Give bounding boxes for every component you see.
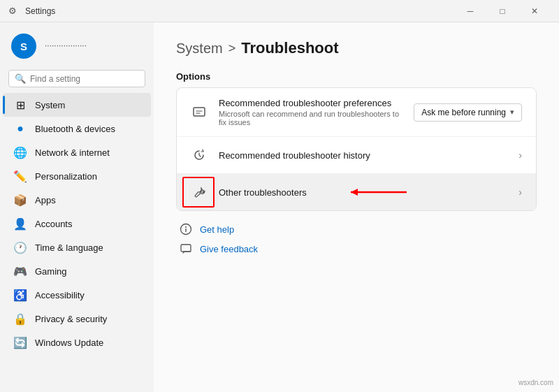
search-box[interactable]: 🔍 — [8, 70, 145, 87]
sidebar-item-time[interactable]: 🕐 Time & language — [3, 235, 151, 259]
option-recommended-history-text: Recommended troubleshooter history — [219, 150, 507, 161]
search-input[interactable] — [30, 74, 139, 84]
sidebar-item-label: Bluetooth & devices — [35, 124, 115, 134]
sidebar-item-privacy[interactable]: 🔒 Privacy & security — [3, 307, 151, 331]
option-recommended-prefs[interactable]: Recommended troubleshooter preferences M… — [177, 88, 536, 137]
sidebar-item-system[interactable]: ⊞ System — [3, 93, 151, 117]
sidebar-item-label: Personalization — [35, 171, 97, 182]
bluetooth-icon: ● — [14, 122, 27, 135]
sidebar-item-label: Time & language — [35, 242, 103, 253]
svg-rect-5 — [185, 228, 186, 232]
maximize-button[interactable]: □ — [486, 0, 518, 22]
get-help-label: Get help — [200, 224, 234, 235]
avatar: S — [11, 34, 36, 59]
settings-app-icon: ⚙ — [8, 6, 20, 17]
option-recommended-history[interactable]: Recommended troubleshooter history › — [177, 137, 536, 174]
option-recommended-prefs-subtitle: Microsoft can recommend and run troubles… — [219, 110, 402, 126]
network-icon: 🌐 — [14, 146, 27, 159]
option-recommended-history-right: › — [518, 150, 522, 161]
sidebar-item-update[interactable]: 🔄 Windows Update — [3, 331, 151, 354]
option-other-troubleshooters-right: › — [518, 187, 522, 198]
option-recommended-prefs-text: Recommended troubleshooter preferences M… — [219, 98, 402, 126]
svg-rect-0 — [194, 108, 205, 116]
breadcrumb-separator: > — [228, 41, 236, 56]
sidebar-item-network[interactable]: 🌐 Network & internet — [3, 140, 151, 164]
ask-before-running-dropdown[interactable]: Ask me before running ▾ — [414, 103, 522, 122]
personalization-icon: ✏️ — [14, 170, 27, 182]
window-content: S ·················· 🔍 ⊞ System ● Blueto… — [0, 22, 559, 392]
give-feedback-label: Give feedback — [200, 244, 258, 254]
gaming-icon: 🎮 — [14, 265, 27, 277]
breadcrumb: System > Troubleshoot — [176, 39, 537, 57]
apps-icon: 📦 — [14, 194, 27, 206]
sidebar-item-label: Privacy & security — [35, 314, 107, 324]
sidebar-item-gaming[interactable]: 🎮 Gaming — [3, 259, 151, 283]
svg-rect-6 — [181, 245, 191, 252]
close-button[interactable]: ✕ — [518, 0, 551, 22]
options-panel: Recommended troubleshooter preferences M… — [176, 87, 537, 211]
sidebar: S ·················· 🔍 ⊞ System ● Blueto… — [0, 22, 154, 392]
titlebar-title: Settings — [25, 6, 454, 16]
option-recommended-prefs-title: Recommended troubleshooter preferences — [219, 98, 402, 108]
sidebar-item-label: System — [35, 100, 65, 110]
chevron-right-icon: › — [518, 187, 522, 198]
sidebar-item-label: Apps — [35, 195, 56, 205]
give-feedback-link[interactable]: Give feedback — [179, 242, 537, 256]
main-content: System > Troubleshoot Options Recommende… — [154, 22, 559, 392]
accounts-icon: 👤 — [14, 217, 27, 230]
get-help-link[interactable]: Get help — [179, 222, 537, 236]
option-other-troubleshooters-text: Other troubleshooters — [219, 187, 507, 198]
sidebar-item-accessibility[interactable]: ♿ Accessibility — [3, 283, 151, 307]
sidebar-item-accounts[interactable]: 👤 Accounts — [3, 212, 151, 235]
troubleshooter-prefs-icon — [191, 104, 208, 121]
update-icon: 🔄 — [14, 336, 27, 349]
get-help-icon — [179, 222, 193, 236]
option-other-troubleshooters[interactable]: Other troubleshooters › — [177, 174, 536, 210]
sidebar-item-bluetooth[interactable]: ● Bluetooth & devices — [3, 117, 151, 140]
chevron-down-icon: ▾ — [510, 108, 514, 117]
minimize-button[interactable]: ─ — [454, 0, 486, 22]
sidebar-item-personalization[interactable]: ✏️ Personalization — [3, 164, 151, 188]
give-feedback-icon — [179, 242, 193, 256]
svg-point-4 — [185, 226, 187, 228]
links-section: Get help Give feedback — [176, 222, 537, 256]
breadcrumb-current: Troubleshoot — [241, 39, 338, 57]
option-recommended-prefs-right: Ask me before running ▾ — [414, 103, 522, 122]
user-name: ·················· — [45, 41, 87, 52]
option-recommended-history-title: Recommended troubleshooter history — [219, 150, 507, 161]
sidebar-item-label: Network & internet — [35, 147, 110, 158]
sidebar-item-label: Accessibility — [35, 290, 85, 300]
section-title: Options — [176, 71, 537, 82]
breadcrumb-parent: System — [176, 41, 223, 57]
privacy-icon: 🔒 — [14, 312, 27, 325]
sidebar-item-apps[interactable]: 📦 Apps — [3, 188, 151, 212]
chevron-right-icon: › — [518, 150, 522, 161]
sidebar-item-label: Gaming — [35, 266, 67, 277]
history-icon — [191, 147, 208, 164]
system-icon: ⊞ — [14, 99, 27, 111]
titlebar: ⚙ Settings ─ □ ✕ — [0, 0, 559, 22]
search-icon: 🔍 — [15, 73, 26, 84]
user-profile: S ·················· — [0, 28, 154, 67]
settings-window: ⚙ Settings ─ □ ✕ S ·················· 🔍 … — [0, 0, 559, 392]
sidebar-item-label: Accounts — [35, 219, 72, 229]
time-icon: 🕐 — [14, 241, 27, 254]
sidebar-item-label: Windows Update — [35, 337, 103, 348]
window-controls: ─ □ ✕ — [454, 0, 551, 22]
dropdown-label: Ask me before running — [421, 108, 506, 117]
wrench-icon — [191, 184, 208, 201]
option-other-troubleshooters-title: Other troubleshooters — [219, 187, 507, 198]
accessibility-icon: ♿ — [14, 289, 27, 301]
watermark: wsxdn.com — [518, 379, 553, 386]
